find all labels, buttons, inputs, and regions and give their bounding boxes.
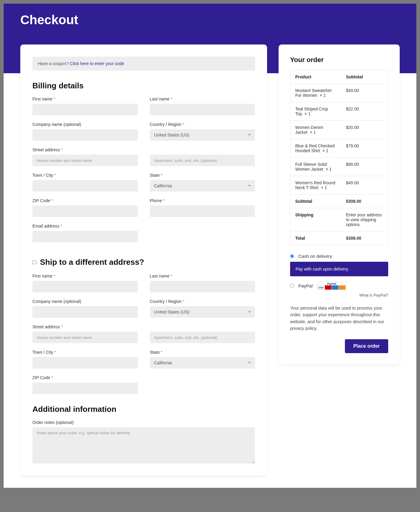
billing-country-label: Country / Region * (150, 122, 255, 127)
col-subtotal: Subtotal (341, 70, 388, 84)
order-heading: Your order (290, 56, 388, 64)
payment-cod-label: Cash on delivery (298, 254, 332, 259)
subtotal-value: $308.00 (341, 195, 388, 208)
order-table: Product Subtotal Mustard Sweatshirt For … (290, 70, 388, 245)
billing-street2-input[interactable] (150, 155, 255, 166)
item-name: Women's Red Round Neck T-Shirt × 1 (290, 176, 341, 195)
table-row: Women's Red Round Neck T-Shirt × 1$49.00 (290, 176, 388, 195)
shipping-value: Enter your address to view shipping opti… (341, 208, 388, 231)
billing-state-label: State * (150, 173, 255, 178)
shipping-first-name-input[interactable] (32, 281, 138, 292)
billing-heading: Billing details (32, 81, 255, 90)
shipping-street2-input[interactable] (150, 332, 255, 343)
shipping-state-select[interactable]: California (150, 357, 255, 369)
what-is-paypal-link[interactable]: What is PayPal? (290, 293, 388, 297)
additional-heading: Additional information (32, 405, 255, 414)
ship-different-checkbox[interactable] (32, 260, 36, 264)
item-name: Full Sleeve Solid Women Jacket × 1 (290, 158, 341, 176)
order-notes-label: Order notes (optional) (32, 420, 255, 425)
order-summary: Your order Product Subtotal Mustard Swea… (279, 44, 400, 365)
item-price: $49.00 (341, 176, 388, 195)
shipping-company-input[interactable] (32, 306, 138, 318)
checkout-form: Have a coupon? Click here to enter your … (20, 44, 267, 476)
table-row: Blue & Red Checked Hooded Shirt × 1$79.0… (290, 139, 388, 158)
shipping-last-name-label: Last name * (150, 274, 255, 278)
order-notes-input[interactable] (32, 427, 255, 464)
billing-company-label: Company name (optional) (32, 122, 138, 127)
shipping-label: Shipping (290, 208, 341, 231)
shipping-country-select[interactable]: United States (US) (150, 306, 255, 318)
billing-state-select[interactable]: California (150, 180, 255, 192)
payment-paypal-radio[interactable] (290, 284, 294, 288)
billing-last-name-label: Last name * (150, 97, 255, 101)
shipping-last-name-input[interactable] (150, 281, 255, 292)
subtotal-label: Subtotal (290, 195, 341, 208)
shipping-state-label: State * (150, 350, 255, 355)
privacy-note: Your personal data will be used to proce… (290, 305, 388, 332)
billing-company-input[interactable] (32, 129, 138, 141)
item-name: Mustard Sweatshirt For Women × 1 (290, 84, 341, 102)
table-row: Teal Striped Crop Top × 1$22.00 (290, 102, 388, 121)
shipping-company-label: Company name (optional) (32, 299, 138, 304)
shipping-zip-label: ZIP Code * (32, 375, 138, 380)
table-row: Full Sleeve Solid Women Jacket × 1$89.00 (290, 158, 388, 176)
billing-city-input[interactable] (32, 180, 138, 192)
billing-email-input[interactable] (32, 231, 138, 242)
spacer-label (150, 147, 255, 152)
shipping-city-label: Town / City * (32, 350, 138, 355)
shipping-street-label: Street address * (32, 324, 138, 329)
paypal-cards-icon: PayPal VISA (317, 282, 346, 290)
billing-city-label: Town / City * (32, 173, 138, 178)
table-row: Mustard Sweatshirt For Women × 1$49.00 (290, 84, 388, 102)
billing-first-name-input[interactable] (32, 104, 138, 115)
shipping-heading: Ship to a different address? (40, 258, 144, 267)
table-row: Women Denim Jacket × 1$20.00 (290, 121, 388, 139)
billing-phone-input[interactable] (150, 205, 255, 217)
coupon-link[interactable]: Click here to enter your code (70, 61, 124, 66)
place-order-button[interactable]: Place order (345, 339, 388, 353)
billing-country-select[interactable]: United States (US) (150, 129, 255, 141)
billing-zip-input[interactable] (32, 205, 138, 217)
billing-zip-label: ZIP Code * (32, 198, 138, 203)
billing-street-label: Street address * (32, 147, 138, 152)
item-price: $79.00 (341, 139, 388, 158)
billing-email-label: Email address * (32, 224, 138, 228)
billing-street-input[interactable] (32, 155, 138, 166)
total-label: Total (290, 231, 341, 245)
payment-paypal-label: PayPal (298, 283, 313, 288)
billing-phone-label: Phone * (150, 198, 255, 203)
shipping-country-label: Country / Region * (150, 299, 255, 304)
item-price: $89.00 (341, 158, 388, 176)
item-price: $20.00 (341, 121, 388, 139)
coupon-notice: Have a coupon? Click here to enter your … (32, 57, 255, 71)
shipping-street-input[interactable] (32, 332, 138, 343)
shipping-zip-input[interactable] (32, 382, 138, 394)
shipping-city-input[interactable] (32, 357, 138, 369)
item-name: Teal Striped Crop Top × 1 (290, 102, 341, 121)
coupon-prompt: Have a coupon? (38, 61, 70, 66)
billing-first-name-label: First name * (32, 97, 138, 101)
col-product: Product (290, 70, 341, 84)
payment-cod-desc: Pay with cash upon delivery. (290, 262, 388, 276)
item-price: $49.00 (341, 84, 388, 102)
billing-last-name-input[interactable] (150, 104, 255, 115)
payment-cod-radio[interactable] (290, 254, 294, 258)
total-value: $308.00 (341, 231, 388, 245)
item-name: Women Denim Jacket × 1 (290, 121, 341, 139)
item-price: $22.00 (341, 102, 388, 121)
item-name: Blue & Red Checked Hooded Shirt × 1 (290, 139, 341, 158)
shipping-first-name-label: First name * (32, 274, 138, 278)
spacer-label-2 (150, 324, 255, 329)
